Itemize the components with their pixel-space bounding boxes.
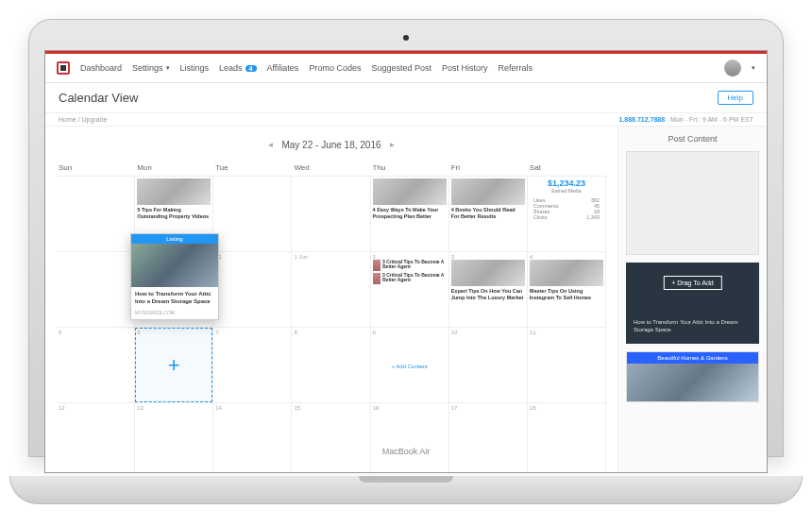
- day-number: 13: [137, 405, 144, 411]
- calendar-cell[interactable]: [292, 177, 370, 252]
- nav-leads-label: Leads: [219, 63, 243, 73]
- day-number: 1 Jun: [294, 254, 308, 260]
- day-header: Fri: [449, 160, 528, 176]
- day-number: 3: [451, 254, 454, 260]
- day-number: 8: [294, 330, 296, 335]
- day-number: 5: [59, 330, 61, 335]
- top-nav: Dashboard Settings▾ Listings Leads4 Affi…: [45, 54, 767, 83]
- calendar-cell[interactable]: 5: [57, 328, 135, 403]
- calendar-cell[interactable]: 7: [213, 328, 292, 403]
- suggested-card-header: Beautiful Homes & Gardens: [627, 352, 758, 364]
- logo-icon[interactable]: [57, 61, 70, 75]
- calendar-cell[interactable]: 31: [213, 252, 292, 328]
- calendar-cell[interactable]: [213, 177, 292, 252]
- post-caption: 4 Books You Should Read For Better Resul…: [451, 207, 525, 219]
- calendar-cell[interactable]: [57, 252, 135, 328]
- nav-dashboard[interactable]: Dashboard: [80, 63, 122, 73]
- content-placeholder: [626, 151, 759, 255]
- post-caption: 4 Easy Ways To Make Your Prospecting Pla…: [373, 207, 447, 219]
- day-number: 14: [215, 405, 222, 411]
- post-thumb: [451, 178, 525, 205]
- calendar-cell[interactable]: $1,234.23 Earned Media Likes382 Comments…: [528, 177, 606, 252]
- calendar-cell[interactable]: 4Master Tips On Using Instagram To Sell …: [528, 252, 606, 328]
- day-number: 17: [451, 405, 458, 411]
- breadcrumb[interactable]: Home / Upgrade: [59, 116, 107, 123]
- nav-leads[interactable]: Leads4: [219, 63, 256, 73]
- day-header: Mon: [135, 160, 213, 176]
- day-header: Wed: [292, 160, 370, 176]
- nav-post-history[interactable]: Post History: [442, 63, 488, 73]
- earned-label: Earned Media: [530, 188, 603, 194]
- mini-thumb-icon: [373, 273, 381, 284]
- calendar-cell[interactable]: 16: [371, 403, 449, 473]
- add-content-link[interactable]: + Add Content: [373, 335, 447, 369]
- drag-card-title: How to Transform Your Attic Into a Dream…: [634, 319, 752, 334]
- calendar-cell[interactable]: 3Expert Tips On How You Can Jump Into Th…: [449, 252, 528, 328]
- day-header: Sat: [528, 160, 606, 176]
- stats-block: Likes382 Comments45 Shares18 Clicks1,343: [530, 197, 603, 220]
- calendar-cell[interactable]: 9+ Add Content: [371, 328, 449, 403]
- nav-suggested-post[interactable]: Suggested Post: [371, 63, 431, 73]
- next-range-icon[interactable]: ►: [389, 141, 397, 149]
- camera-dot: [403, 35, 409, 41]
- post-caption: Expert Tips On How You Can Jump Into The…: [451, 288, 525, 300]
- calendar-cell[interactable]: 6+: [135, 328, 213, 403]
- dragged-card[interactable]: Listing How to Transform Your Attic Into…: [130, 233, 219, 320]
- drop-target[interactable]: +: [135, 328, 212, 402]
- calendar-cell[interactable]: 4 Books You Should Read For Better Resul…: [449, 177, 528, 252]
- nav-settings-label: Settings: [132, 63, 163, 73]
- calendar-cell[interactable]: 8: [292, 328, 370, 403]
- avatar[interactable]: [724, 59, 741, 76]
- sidebar: Post Content + Drag To Add How to Transf…: [617, 127, 767, 473]
- date-range: May 22 - June 18, 2016: [281, 140, 381, 150]
- sidebar-title: Post Content: [626, 134, 759, 144]
- calendar-cell[interactable]: 15: [292, 403, 370, 473]
- calendar-cell[interactable]: 18: [528, 403, 606, 473]
- earned-amount: $1,234.23: [530, 178, 603, 188]
- nav-affiliates[interactable]: Affiliates: [267, 63, 299, 73]
- nav-promo-codes[interactable]: Promo Codes: [309, 63, 361, 73]
- prev-range-icon[interactable]: ◄: [267, 141, 275, 149]
- calendar-cell[interactable]: 11: [528, 328, 606, 403]
- post-thumb: [373, 178, 447, 205]
- calendar-cell[interactable]: 13: [135, 403, 213, 473]
- chevron-down-icon: ▾: [166, 64, 170, 72]
- day-number: 12: [59, 405, 65, 411]
- calendar-cell[interactable]: 12: [57, 403, 135, 473]
- mini-caption: 3 Critical Tips To Become A Better Agent: [382, 273, 447, 284]
- day-number: 9: [373, 330, 376, 335]
- nav-referrals[interactable]: Referrals: [498, 63, 533, 73]
- post-thumb: [451, 260, 525, 286]
- day-number: 18: [530, 405, 536, 411]
- day-header: Tue: [213, 160, 292, 176]
- laptop-base: [9, 476, 803, 504]
- plus-icon: +: [168, 353, 180, 378]
- calendar-cell[interactable]: 2 3 Critical Tips To Become A Better Age…: [371, 252, 449, 328]
- help-button[interactable]: Help: [718, 91, 753, 105]
- nav-listings[interactable]: Listings: [180, 63, 210, 73]
- mini-post[interactable]: 3 Critical Tips To Become A Better Agent: [373, 260, 447, 271]
- calendar-cell[interactable]: 10: [449, 328, 528, 403]
- nav-settings[interactable]: Settings▾: [132, 63, 170, 73]
- mini-post[interactable]: 3 Critical Tips To Become A Better Agent: [373, 273, 447, 284]
- calendar-cell[interactable]: 14: [213, 403, 292, 473]
- card-image: [131, 244, 218, 287]
- calendar-cell[interactable]: 4 Easy Ways To Make Your Prospecting Pla…: [371, 177, 449, 252]
- post-caption: Master Tips On Using Instagram To Sell H…: [530, 288, 603, 300]
- calendar-cell[interactable]: [57, 177, 135, 252]
- leads-badge: 4: [245, 65, 257, 72]
- avatar-chevron-icon[interactable]: ▾: [752, 64, 755, 72]
- day-number: 15: [294, 405, 300, 411]
- support-phone: 1.888.712.7888: [618, 116, 665, 123]
- calendar-cell[interactable]: 1 Jun: [292, 252, 370, 328]
- day-header: Thu: [371, 160, 449, 176]
- day-number: 7: [215, 330, 218, 335]
- drag-source-card[interactable]: + Drag To Add How to Transform Your Atti…: [626, 263, 759, 344]
- post-thumb: [137, 178, 211, 205]
- drag-to-add-button[interactable]: + Drag To Add: [663, 276, 721, 290]
- suggested-card[interactable]: Beautiful Homes & Gardens: [626, 351, 759, 402]
- calendar-cell[interactable]: 17: [449, 403, 528, 473]
- card-title: How to Transform Your Attic Into a Dream…: [131, 287, 218, 310]
- card-source: MYSOURCE.COM: [131, 310, 218, 319]
- page-title: Calendar View: [59, 91, 138, 105]
